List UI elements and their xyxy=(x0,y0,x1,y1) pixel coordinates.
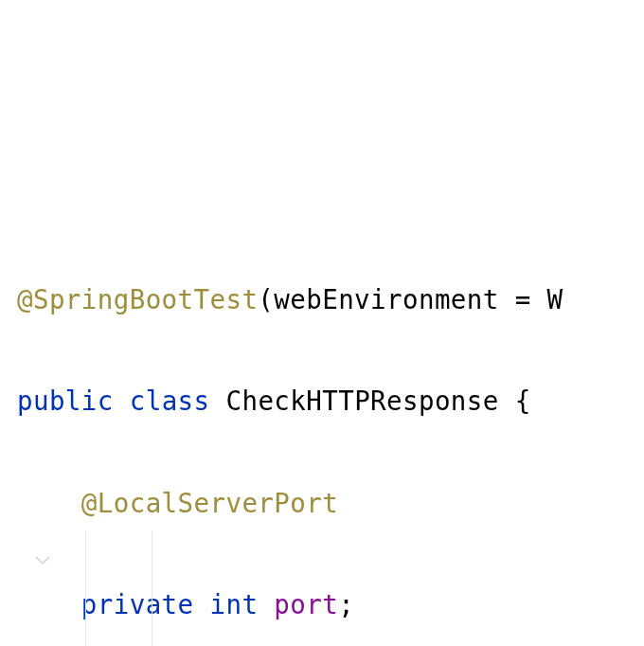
indent-guide-1 xyxy=(85,530,86,646)
fold-gutter-icon[interactable] xyxy=(0,485,21,506)
annotation-localserverport: @LocalServerPort xyxy=(81,488,338,518)
code-line-2: public class CheckHTTPResponse { xyxy=(17,376,644,427)
param-text: webEnvironment = W xyxy=(274,284,563,314)
chevron-down-icon xyxy=(32,549,53,570)
indent-guide-2 xyxy=(152,530,152,646)
code-line-1: @SpringBootTest(webEnvironment = W xyxy=(17,275,644,326)
classname: CheckHTTPResponse xyxy=(225,386,498,416)
kw-int: int xyxy=(210,589,259,619)
annotation-springboottest: @SpringBootTest xyxy=(17,284,258,314)
brace-open: { xyxy=(499,386,531,416)
kw-class: class xyxy=(130,386,210,416)
semicolon: ; xyxy=(338,589,354,619)
kw-private: private xyxy=(81,589,194,619)
code-line-3: @LocalServerPort xyxy=(17,478,644,529)
kw-public: public xyxy=(17,386,114,416)
code-editor[interactable]: @SpringBootTest(webEnvironment = W publi… xyxy=(17,224,644,647)
paren-open: ( xyxy=(258,284,274,314)
code-line-4: private int port; xyxy=(17,580,644,631)
field-port: port xyxy=(274,589,338,619)
